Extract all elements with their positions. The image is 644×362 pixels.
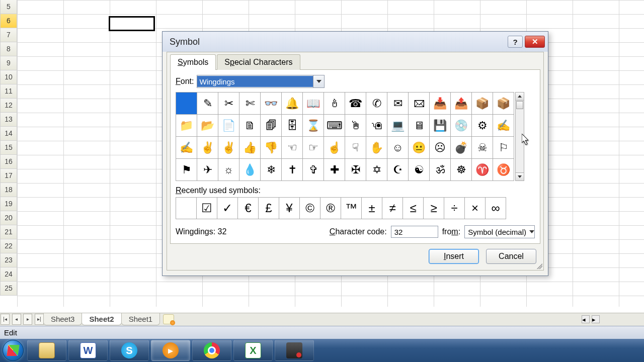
scroll-down-btn[interactable] bbox=[516, 172, 524, 180]
symbol-cell[interactable]: ✍ bbox=[176, 137, 197, 159]
scroll-right-btn[interactable]: ▸ bbox=[592, 315, 600, 323]
recent-symbol[interactable]: © bbox=[299, 197, 320, 219]
last-sheet-btn[interactable]: ▸| bbox=[35, 314, 44, 325]
row-header[interactable]: 24 bbox=[0, 267, 17, 282]
symbol-cell[interactable]: 👍 bbox=[239, 137, 261, 159]
symbol-cell[interactable]: ✉ bbox=[387, 93, 409, 115]
taskbar-chrome[interactable] bbox=[192, 340, 231, 361]
symbol-cell[interactable]: 📦 bbox=[472, 93, 493, 115]
symbol-cell[interactable]: ✠ bbox=[345, 159, 366, 181]
scroll-up-btn[interactable] bbox=[516, 93, 524, 101]
recent-symbol[interactable]: ¥ bbox=[279, 197, 300, 219]
symbol-cell[interactable]: ☸ bbox=[451, 159, 472, 181]
taskbar-media[interactable]: ▶ bbox=[151, 340, 190, 361]
symbol-cell[interactable]: 📂 bbox=[197, 115, 218, 137]
row-header[interactable]: 15 bbox=[0, 141, 17, 155]
recent-symbol[interactable]: ∞ bbox=[485, 197, 506, 219]
symbol-cell[interactable]: 📁 bbox=[176, 115, 197, 137]
symbol-cell[interactable]: ☯ bbox=[409, 159, 430, 181]
scroll-thumb[interactable] bbox=[516, 101, 523, 109]
row-header[interactable]: 5 bbox=[0, 0, 17, 14]
symbol-cell[interactable]: 🕯 bbox=[324, 93, 345, 115]
recent-symbol[interactable]: × bbox=[464, 197, 486, 219]
row-header[interactable]: 8 bbox=[0, 42, 17, 56]
tab-symbols[interactable]: SSymbolsymbols bbox=[170, 54, 216, 70]
symbol-cell[interactable]: 🔔 bbox=[282, 93, 303, 115]
symbol-cell[interactable]: ✆ bbox=[366, 93, 387, 115]
symbol-cell[interactable]: ✞ bbox=[303, 159, 324, 181]
symbol-cell[interactable]: ⚑ bbox=[176, 159, 197, 181]
scroll-left-btn[interactable]: ◂ bbox=[582, 315, 590, 323]
recent-symbol[interactable]: ≠ bbox=[382, 197, 403, 219]
symbol-cell[interactable]: 💣 bbox=[451, 137, 472, 159]
recent-symbol[interactable] bbox=[176, 197, 197, 219]
row-header[interactable]: 21 bbox=[0, 225, 17, 239]
font-dropdown-btn[interactable] bbox=[313, 75, 324, 87]
row-header[interactable]: 25 bbox=[0, 282, 17, 296]
symbol-cell[interactable]: ✌ bbox=[218, 137, 239, 159]
row-header[interactable]: 12 bbox=[0, 99, 17, 113]
sheet-tab[interactable]: Sheet3 bbox=[43, 313, 83, 325]
symbol-scrollbar[interactable] bbox=[515, 92, 524, 181]
row-header[interactable]: 11 bbox=[0, 84, 17, 99]
row-header[interactable]: 18 bbox=[0, 183, 17, 197]
symbol-cell[interactable]: 📄 bbox=[218, 115, 239, 137]
dialog-titlebar[interactable]: Symbol ? ✕ bbox=[163, 32, 548, 52]
symbol-cell[interactable]: 🖂 bbox=[409, 93, 430, 115]
row-header[interactable]: 6 bbox=[0, 14, 17, 28]
row-header[interactable]: 9 bbox=[0, 56, 17, 70]
symbol-cell[interactable]: ☝ bbox=[324, 137, 345, 159]
symbol-cell[interactable]: ☠ bbox=[472, 137, 493, 159]
symbol-cell[interactable]: 📥 bbox=[430, 93, 451, 115]
first-sheet-btn[interactable]: |◂ bbox=[1, 314, 10, 325]
row-header[interactable]: 19 bbox=[0, 197, 17, 211]
symbol-cell[interactable]: ✝ bbox=[282, 159, 303, 181]
recent-symbol[interactable]: ≤ bbox=[403, 197, 424, 219]
insert-button[interactable]: Insert bbox=[429, 249, 479, 264]
symbol-cell[interactable]: 📖 bbox=[303, 93, 324, 115]
symbol-cell[interactable]: 💻 bbox=[387, 115, 409, 137]
symbol-cell[interactable]: ❄ bbox=[261, 159, 282, 181]
recent-symbol[interactable]: £ bbox=[258, 197, 279, 219]
row-header[interactable]: 14 bbox=[0, 127, 17, 141]
symbol-cell[interactable]: ⚐ bbox=[493, 137, 514, 159]
resize-grip[interactable] bbox=[535, 262, 542, 269]
symbol-cell[interactable]: ♉ bbox=[493, 159, 514, 181]
symbol-cell[interactable]: ⚙ bbox=[472, 115, 493, 137]
help-button[interactable]: ? bbox=[508, 36, 523, 48]
h-scrollbar[interactable]: ◂ ▸ bbox=[582, 315, 642, 324]
selected-cell[interactable] bbox=[109, 16, 155, 31]
symbol-cell[interactable]: ✄ bbox=[239, 93, 261, 115]
font-input[interactable] bbox=[197, 76, 313, 87]
recent-symbol[interactable]: ✓ bbox=[217, 197, 238, 219]
symbol-cell[interactable]: ⌛ bbox=[303, 115, 324, 137]
symbol-cell[interactable]: ♈ bbox=[472, 159, 493, 181]
taskbar-excel[interactable]: X bbox=[233, 340, 273, 361]
tab-special-characters[interactable]: Special Characters bbox=[217, 54, 300, 70]
symbol-cell[interactable]: 👎 bbox=[261, 137, 282, 159]
symbol-cell[interactable]: ✡ bbox=[366, 159, 387, 181]
prev-sheet-btn[interactable]: ◂ bbox=[12, 314, 21, 325]
recent-symbol[interactable]: ≥ bbox=[423, 197, 444, 219]
symbol-cell[interactable]: 🖲 bbox=[366, 115, 387, 137]
symbol-cell[interactable]: ✌ bbox=[197, 137, 218, 159]
symbol-cell[interactable]: ✋ bbox=[366, 137, 387, 159]
symbol-cell[interactable]: ✎ bbox=[197, 93, 218, 115]
symbol-cell[interactable]: ☜ bbox=[282, 137, 303, 159]
symbol-cell[interactable]: ☼ bbox=[218, 159, 239, 181]
row-header[interactable]: 16 bbox=[0, 155, 17, 169]
recent-symbol[interactable]: ± bbox=[361, 197, 382, 219]
recent-symbol[interactable]: ® bbox=[320, 197, 341, 219]
symbol-cell[interactable]: ☎ bbox=[345, 93, 366, 115]
symbol-cell[interactable]: 🖥 bbox=[409, 115, 430, 137]
row-header[interactable]: 13 bbox=[0, 113, 17, 127]
row-header[interactable]: 10 bbox=[0, 70, 17, 84]
close-button[interactable]: ✕ bbox=[525, 36, 545, 48]
taskbar-skype[interactable]: S bbox=[110, 340, 149, 361]
taskbar-word[interactable]: W bbox=[68, 340, 108, 361]
symbol-cell[interactable]: ☪ bbox=[387, 159, 409, 181]
symbol-cell[interactable]: 👓 bbox=[261, 93, 282, 115]
recent-symbol[interactable]: ™ bbox=[341, 197, 362, 219]
row-header[interactable]: 20 bbox=[0, 211, 17, 225]
symbol-cell[interactable]: ॐ bbox=[430, 159, 451, 181]
